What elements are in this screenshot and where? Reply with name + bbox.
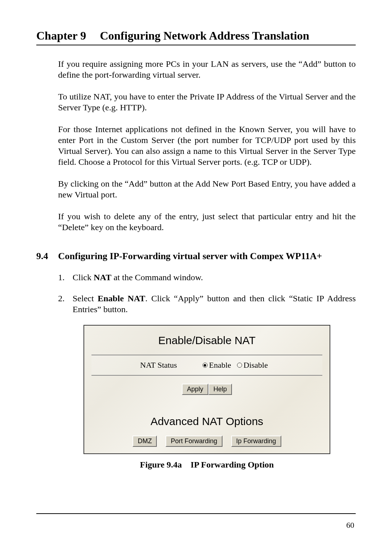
paragraph: If you require assigning more PCs in you… bbox=[58, 58, 356, 80]
paragraph: To utilize NAT, you have to enter the Pr… bbox=[58, 91, 356, 113]
chapter-title-text: Configuring Network Address Translation bbox=[100, 29, 309, 42]
text-run: Click bbox=[73, 273, 94, 282]
step-number: 1. bbox=[58, 272, 73, 283]
paragraph: For those Internet applications not defi… bbox=[58, 124, 356, 167]
panel-heading: Enable/Disable NAT bbox=[84, 334, 330, 347]
step-item: 1. Click NAT at the Command window. bbox=[58, 272, 356, 283]
dmz-button[interactable]: DMZ bbox=[132, 436, 157, 447]
footer-rule bbox=[36, 513, 356, 514]
figure-number: Figure 9.4a bbox=[140, 460, 182, 469]
ip-forwarding-button[interactable]: Ip Forwarding bbox=[231, 436, 281, 447]
radio-enable-label: Enable bbox=[209, 360, 231, 370]
section-heading: 9.4 Configuring IP-Forwarding virtual se… bbox=[36, 251, 356, 262]
page-number: 60 bbox=[36, 521, 356, 530]
step-text: Select Enable NAT. Click “Apply” button … bbox=[73, 293, 356, 315]
screenshot-panel: Enable/Disable NAT NAT Status Enable Dis… bbox=[83, 325, 330, 454]
figure-caption: Figure 9.4aIP Forwarding Option bbox=[140, 460, 274, 470]
radio-disable[interactable]: Disable bbox=[237, 360, 268, 370]
step-item: 2. Select Enable NAT. Click “Apply” butt… bbox=[58, 293, 356, 315]
port-forwarding-button[interactable]: Port Forwarding bbox=[166, 436, 222, 447]
text-run: Select bbox=[73, 294, 98, 303]
help-button[interactable]: Help bbox=[208, 384, 232, 395]
chapter-title: Chapter 9Configuring Network Address Tra… bbox=[36, 29, 356, 42]
apply-button[interactable]: Apply bbox=[182, 384, 208, 395]
text-bold: Enable NAT bbox=[98, 294, 145, 303]
text-run: at the Command window. bbox=[111, 273, 203, 282]
nat-status-row: NAT Status Enable Disable bbox=[91, 355, 322, 376]
text-bold: NAT bbox=[94, 273, 111, 282]
radio-enable[interactable]: Enable bbox=[203, 360, 231, 370]
chapter-header: Chapter 9Configuring Network Address Tra… bbox=[36, 29, 356, 45]
step-number: 2. bbox=[58, 293, 73, 315]
radio-disable-label: Disable bbox=[244, 360, 268, 370]
paragraph: By clicking on the “Add” button at the A… bbox=[58, 178, 356, 200]
panel-heading: Advanced NAT Options bbox=[84, 415, 330, 428]
figure-caption-text: IP Forwarding Option bbox=[191, 460, 274, 469]
radio-dot-selected-icon bbox=[203, 363, 208, 368]
paragraph: If you wish to delete any of the entry, … bbox=[58, 211, 356, 233]
section-title: Configuring IP-Forwarding virtual server… bbox=[58, 251, 322, 262]
chapter-number: Chapter 9 bbox=[36, 29, 86, 42]
section-number: 9.4 bbox=[36, 251, 58, 262]
radio-dot-icon bbox=[237, 363, 242, 368]
nat-status-label: NAT Status bbox=[140, 360, 177, 370]
step-text: Click NAT at the Command window. bbox=[73, 272, 356, 283]
